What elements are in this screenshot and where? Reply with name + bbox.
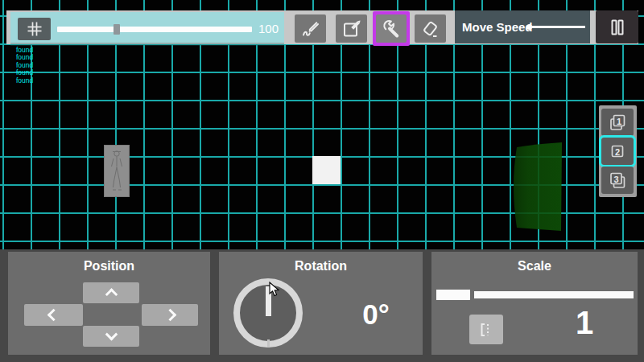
draw-tool-button[interactable] [295, 14, 326, 43]
scribble-pen-icon [300, 19, 321, 39]
move-speed-label: Move Speed [462, 10, 533, 43]
layer-3-digit: 3 [613, 175, 618, 184]
mouse-cursor-icon [269, 282, 280, 298]
scale-panel-title: Scale [431, 259, 638, 274]
position-up-button[interactable] [83, 282, 139, 303]
console-log: found found found found found found [16, 39, 33, 85]
rotation-panel: Rotation 0° [219, 252, 423, 355]
layer-selector: 1 2 3 [599, 105, 637, 197]
erase-tool-button[interactable] [415, 14, 446, 43]
position-panel-title: Position [8, 259, 210, 274]
rotation-dial[interactable] [233, 278, 303, 348]
console-line: found [16, 77, 33, 85]
layer-3-icon: 3 [607, 170, 628, 191]
brush-size-slider[interactable] [57, 27, 252, 32]
top-toolbar: 100 [6, 10, 638, 44]
scale-value: 1 [552, 305, 617, 341]
white-square-object[interactable] [312, 156, 341, 184]
chevron-right-icon [163, 309, 176, 322]
grid-toggle-button[interactable] [18, 18, 51, 40]
edit-square-icon [341, 19, 362, 39]
statue-sketch [104, 145, 130, 197]
edit-tool-button[interactable] [336, 14, 367, 43]
eraser-icon [420, 19, 441, 39]
rotation-value: 0° [340, 298, 412, 331]
position-down-button[interactable] [83, 326, 139, 347]
position-panel: Position [8, 252, 210, 355]
layer-2-icon: 2 [607, 141, 628, 162]
position-right-button[interactable] [142, 304, 198, 326]
move-speed-panel: Move Speed [455, 10, 590, 43]
green-cylinder-object[interactable] [510, 136, 566, 232]
layer-button-1[interactable]: 1 [601, 109, 634, 136]
brush-size-panel: 100 [10, 12, 284, 43]
scale-slider-track[interactable] [474, 291, 634, 298]
pause-button[interactable] [596, 10, 638, 43]
pause-icon [607, 17, 628, 38]
adjust-tool-button[interactable] [376, 14, 407, 43]
bracket-mirror-icon [477, 320, 496, 339]
wrench-icon [381, 19, 402, 39]
hash-grid-icon [25, 19, 44, 39]
layer-button-3[interactable]: 3 [601, 167, 634, 194]
chevron-down-icon [105, 327, 118, 340]
layer-1-digit: 1 [617, 117, 621, 126]
scale-slider-fill[interactable] [436, 290, 470, 300]
position-left-button[interactable] [24, 304, 83, 326]
layer-button-2[interactable]: 2 [601, 138, 634, 165]
scale-slider[interactable] [436, 290, 634, 300]
bottom-bar: Position Rotation 0° Scale [0, 249, 644, 362]
brush-size-slider-thumb[interactable] [114, 24, 120, 35]
adjust-tool-selection-highlight [373, 11, 410, 46]
scale-flip-button[interactable] [469, 315, 503, 344]
layer-1-icon: 1 [607, 112, 628, 133]
rotation-panel-title: Rotation [219, 259, 423, 274]
layer-2-digit: 2 [615, 147, 620, 157]
chevron-left-icon [47, 309, 60, 322]
scale-panel: Scale 1 [431, 252, 638, 355]
move-speed-slider[interactable] [531, 26, 585, 28]
chevron-up-icon [105, 288, 118, 301]
statue-sprite[interactable] [104, 145, 130, 197]
brush-size-value: 100 [258, 12, 291, 46]
rotation-dial-tick [267, 339, 270, 348]
